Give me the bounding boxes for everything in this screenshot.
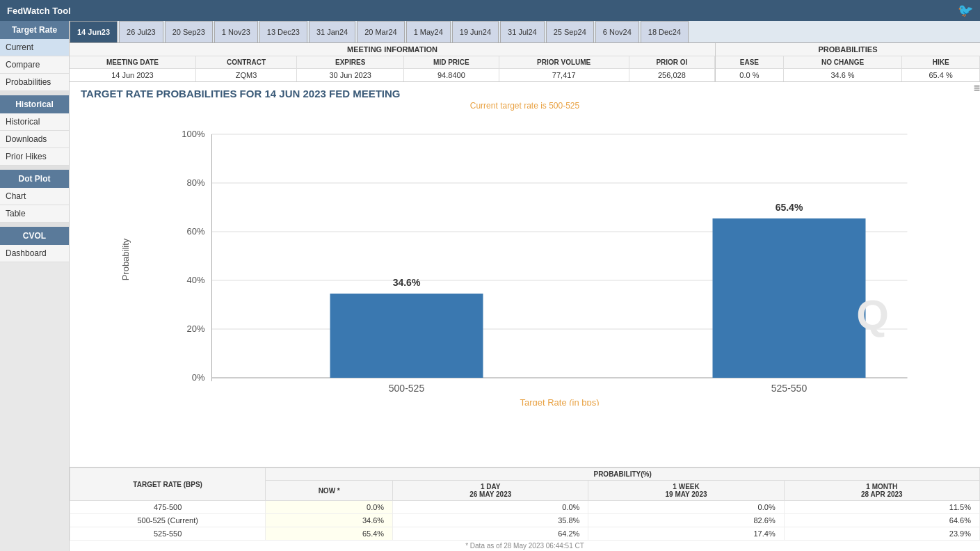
chart-subtitle: Current target rate is 500-525 — [81, 101, 969, 111]
sidebar-item-table[interactable]: Table — [0, 205, 69, 223]
sidebar: Target Rate Current Compare Probabilitie… — [0, 21, 70, 551]
val-prior-oi: 256,028 — [629, 69, 714, 82]
content-area: 14 Jun23 26 Jul23 20 Sep23 1 Nov23 13 De… — [70, 21, 980, 551]
now-475-500: 0.0% — [266, 501, 393, 514]
bottom-table-section: TARGET RATE (BPS) PROBABILITY(%) NOW * 1… — [70, 467, 980, 551]
tab-20sep23[interactable]: 20 Sep23 — [165, 21, 213, 42]
chart-area: 0% 20% 40% 60% 80% 100% Probability 34.6… — [81, 113, 969, 413]
now-525-550: 65.4% — [266, 527, 393, 541]
val-no-change: 34.6 % — [783, 69, 901, 82]
bar-500-525 — [330, 294, 483, 378]
svg-text:100%: 100% — [182, 129, 205, 139]
month1-525-550: 23.9% — [784, 527, 979, 541]
svg-text:20%: 20% — [186, 324, 204, 334]
meeting-info-table: MEETING DATE CONTRACT EXPIRES MID PRICE … — [70, 56, 715, 81]
tab-14jun23[interactable]: 14 Jun23 — [70, 21, 118, 42]
tab-25sep24[interactable]: 25 Sep24 — [546, 21, 594, 42]
svg-text:0%: 0% — [192, 372, 205, 383]
svg-text:60%: 60% — [186, 226, 204, 237]
svg-text:40%: 40% — [186, 275, 204, 285]
val-mid-price: 94.8400 — [404, 69, 499, 82]
val-prior-volume: 77,417 — [499, 69, 629, 82]
val-hike: 65.4 % — [902, 69, 980, 82]
svg-text:Probability: Probability — [120, 238, 131, 280]
tab-13dec23[interactable]: 13 Dec23 — [259, 21, 307, 42]
sidebar-section-cvol[interactable]: CVOL — [0, 227, 69, 245]
col-now: NOW * — [266, 481, 393, 501]
week1-525-550: 17.4% — [588, 527, 784, 541]
sidebar-section-historical[interactable]: Historical — [0, 95, 69, 113]
val-ease: 0.0 % — [716, 69, 783, 82]
day1-475-500: 0.0% — [393, 501, 588, 514]
col-contract: CONTRACT — [195, 56, 296, 69]
table-row: 500-525 (Current) 34.6% 35.8% 82.6% 64.6… — [70, 514, 980, 527]
svg-text:Target Rate (in bps): Target Rate (in bps) — [520, 397, 599, 406]
chart-title: TARGET RATE PROBABILITIES FOR 14 JUN 202… — [81, 88, 401, 99]
col-mid-price: MID PRICE — [404, 56, 499, 69]
meeting-info-section: MEETING INFORMATION MEETING DATE CONTRAC… — [70, 43, 980, 82]
tab-26jul23[interactable]: 26 Jul23 — [119, 21, 163, 42]
svg-text:80%: 80% — [186, 177, 204, 188]
sidebar-item-compare[interactable]: Compare — [0, 56, 69, 74]
meeting-info-container: MEETING INFORMATION MEETING DATE CONTRAC… — [70, 43, 716, 81]
svg-text:500-525: 500-525 — [389, 383, 425, 394]
col-ease: EASE — [716, 56, 783, 69]
sidebar-item-downloads[interactable]: Downloads — [0, 131, 69, 148]
sidebar-item-prior-hikes[interactable]: Prior Hikes — [0, 148, 69, 166]
sidebar-item-historical[interactable]: Historical — [0, 113, 69, 131]
week1-500-525: 82.6% — [588, 514, 784, 527]
val-expires: 30 Jun 2023 — [297, 69, 404, 82]
tab-1nov23[interactable]: 1 Nov23 — [214, 21, 258, 42]
val-contract: ZQM3 — [195, 69, 296, 82]
col-prior-oi: PRIOR OI — [629, 56, 714, 69]
svg-text:34.6%: 34.6% — [393, 277, 421, 288]
col-1day: 1 DAY 26 MAY 2023 — [393, 481, 588, 501]
sidebar-item-current[interactable]: Current — [0, 39, 69, 56]
chart-menu-icon[interactable]: ≡ — [974, 82, 980, 95]
app-header: FedWatch Tool 🐦 — [0, 0, 980, 21]
sidebar-item-probabilities[interactable]: Probabilities — [0, 74, 69, 91]
table-row: 475-500 0.0% 0.0% 0.0% 11.5% — [70, 501, 980, 514]
col-1month: 1 MONTH 28 APR 2023 — [784, 481, 979, 501]
twitter-icon: 🐦 — [958, 3, 973, 18]
chart-section: TARGET RATE PROBABILITIES FOR 14 JUN 202… — [70, 82, 980, 467]
sidebar-item-chart[interactable]: Chart — [0, 188, 69, 205]
sidebar-section-target-rate[interactable]: Target Rate — [0, 21, 69, 39]
month1-500-525: 64.6% — [784, 514, 979, 527]
day1-525-550: 64.2% — [393, 527, 588, 541]
probabilities-table: EASE NO CHANGE HIKE 0.0 % 34.6 % 65.4 % — [716, 56, 980, 81]
val-meeting-date: 14 Jun 2023 — [70, 69, 195, 82]
bar-chart: 0% 20% 40% 60% 80% 100% Probability 34.6… — [81, 113, 969, 406]
footnote: * Data as of 28 May 2023 06:44:51 CT — [70, 541, 980, 551]
col-target-rate-bps: TARGET RATE (BPS) — [70, 468, 266, 501]
tab-6nov24[interactable]: 6 Nov24 — [595, 21, 639, 42]
svg-text:525-550: 525-550 — [771, 383, 808, 394]
tab-1may24[interactable]: 1 May24 — [406, 21, 451, 42]
month1-475-500: 11.5% — [784, 501, 979, 514]
rate-475-500: 475-500 — [70, 501, 266, 514]
tab-20mar24[interactable]: 20 Mar24 — [357, 21, 404, 42]
svg-text:Q: Q — [856, 292, 889, 338]
tab-bar: 14 Jun23 26 Jul23 20 Sep23 1 Nov23 13 De… — [70, 21, 980, 43]
svg-text:65.4%: 65.4% — [776, 202, 803, 213]
tab-31jan24[interactable]: 31 Jan24 — [309, 21, 355, 42]
meeting-info-header: MEETING INFORMATION — [70, 43, 715, 56]
tab-19jun24[interactable]: 19 Jun24 — [452, 21, 499, 42]
col-expires: EXPIRES — [297, 56, 404, 69]
sidebar-section-dot-plot[interactable]: Dot Plot — [0, 170, 69, 188]
sidebar-item-dashboard[interactable]: Dashboard — [0, 245, 69, 262]
day1-500-525: 35.8% — [393, 514, 588, 527]
col-meeting-date: MEETING DATE — [70, 56, 195, 69]
app-title: FedWatch Tool — [7, 6, 71, 16]
bar-525-550 — [713, 218, 866, 378]
rate-500-525: 500-525 (Current) — [70, 514, 266, 527]
tab-18dec24[interactable]: 18 Dec24 — [641, 21, 689, 42]
now-500-525: 34.6% — [266, 514, 393, 527]
rate-525-550: 525-550 — [70, 527, 266, 541]
probabilities-container: PROBABILITIES EASE NO CHANGE HIKE 0.0 % — [716, 43, 980, 81]
table-row: 525-550 65.4% 64.2% 17.4% 23.9% — [70, 527, 980, 541]
col-no-change: NO CHANGE — [783, 56, 901, 69]
col-prior-volume: PRIOR VOLUME — [499, 56, 629, 69]
probabilities-header: PROBABILITIES — [716, 43, 980, 56]
tab-31jul24[interactable]: 31 Jul24 — [500, 21, 545, 42]
